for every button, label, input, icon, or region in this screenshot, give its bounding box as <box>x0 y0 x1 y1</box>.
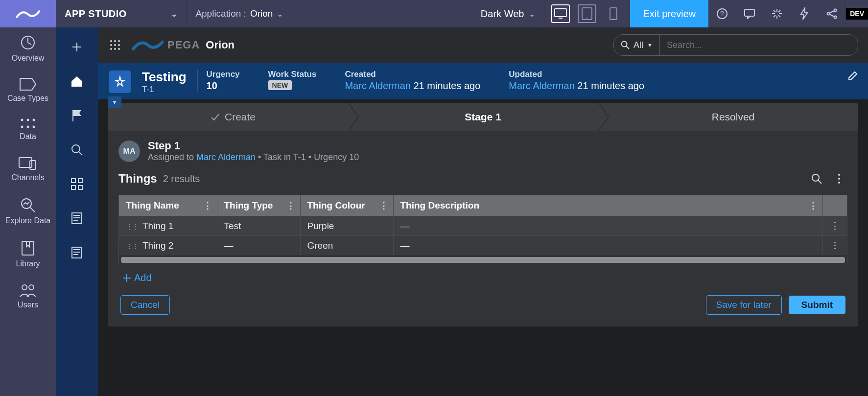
stage-bar: Create Stage 1 Resolved <box>108 103 858 131</box>
col-label: Thing Type <box>224 200 273 210</box>
stage-stage1[interactable]: Stage 1 <box>358 103 608 131</box>
horizontal-scrollbar[interactable] <box>121 257 845 263</box>
col-thing-name[interactable]: Thing Name⋮ <box>119 195 217 216</box>
search-input[interactable] <box>660 40 858 50</box>
rail-doc1-button[interactable] <box>67 209 87 228</box>
rail-flag-button[interactable] <box>67 106 87 125</box>
case-id: T-1 <box>142 85 187 94</box>
svg-point-64 <box>812 174 819 181</box>
case-icon <box>109 70 131 93</box>
table-row[interactable]: ⋮⋮Thing 2 — Green — ⋮ <box>119 236 847 256</box>
things-table: Thing Name⋮ Thing Type⋮ Thing Colour⋮ Th… <box>118 195 847 265</box>
case-title: Testing <box>142 70 187 85</box>
svg-point-56 <box>110 44 112 46</box>
left-sidebar: Overview Case Types Data Channels Explor… <box>0 27 56 396</box>
cell-description: — <box>393 216 822 236</box>
things-search-button[interactable] <box>808 170 825 187</box>
add-row-button[interactable]: Add <box>108 265 858 290</box>
sidebar-item-label: Overview <box>12 54 45 63</box>
drag-handle-icon[interactable]: ⋮⋮ <box>126 223 138 231</box>
created-label: Created <box>345 70 480 79</box>
chevron-down-icon: ⌄ <box>529 9 535 19</box>
cell-description: — <box>393 236 822 256</box>
sep: • <box>256 152 263 162</box>
main-area: PEGA Orion All ▼ Testing T-1 <box>98 27 868 396</box>
col-thing-colour[interactable]: Thing Colour⋮ <box>300 195 393 216</box>
sidebar-item-channels[interactable]: Channels <box>0 154 56 184</box>
sidebar-item-library[interactable]: Library <box>0 238 56 270</box>
col-menu-icon[interactable]: ⋮ <box>379 200 388 211</box>
table-row[interactable]: ⋮⋮Thing 1 Test Purple — ⋮ <box>119 216 847 236</box>
app-studio-menu[interactable]: APP STUDIO ⌄ <box>56 8 186 20</box>
theme-selector[interactable]: Dark Web ⌄ <box>472 8 544 20</box>
device-preview-group <box>544 4 630 23</box>
exit-preview-button[interactable]: Exit preview <box>630 0 708 27</box>
cell-name: Thing 1 <box>142 221 173 231</box>
save-for-later-button[interactable]: Save for later <box>706 295 782 315</box>
app-header: PEGA Orion All ▼ <box>98 27 868 63</box>
svg-rect-41 <box>71 179 75 183</box>
sidebar-item-overview[interactable]: Overview <box>0 32 56 65</box>
sparkle-icon[interactable] <box>763 0 791 27</box>
col-menu-icon[interactable]: ⋮ <box>286 200 295 211</box>
rail-new-button[interactable] <box>67 37 87 57</box>
sidebar-item-data[interactable]: Data <box>0 116 56 143</box>
chevron-down-icon: ⌄ <box>171 9 178 19</box>
svg-point-60 <box>114 48 116 50</box>
col-menu-icon[interactable]: ⋮ <box>203 200 212 211</box>
updated-user-link[interactable]: Marc Alderman <box>509 80 575 91</box>
rail-apps-button[interactable] <box>67 174 87 194</box>
col-thing-description[interactable]: Thing Description⋮ <box>393 195 822 216</box>
sidebar-item-case-types[interactable]: Case Types <box>0 75 56 105</box>
help-icon[interactable]: ? <box>708 0 736 27</box>
search-scope-selector[interactable]: All ▼ <box>614 35 660 55</box>
svg-point-25 <box>33 119 35 121</box>
svg-text:?: ? <box>720 10 724 18</box>
device-phone-button[interactable] <box>604 4 623 23</box>
task-in: Task in T-1 <box>263 152 306 162</box>
submit-button[interactable]: Submit <box>789 296 845 314</box>
cell-colour: Green <box>300 236 393 256</box>
bolt-icon[interactable] <box>791 0 818 27</box>
sidebar-item-users[interactable]: Users <box>0 281 56 311</box>
global-search[interactable]: All ▼ <box>613 34 858 56</box>
col-label: Thing Description <box>400 200 480 210</box>
device-tablet-button[interactable] <box>578 4 596 23</box>
svg-point-57 <box>114 44 116 46</box>
svg-point-39 <box>72 145 80 153</box>
drag-handle-icon[interactable]: ⋮⋮ <box>126 242 138 250</box>
assigned-user-link[interactable]: Marc Alderman <box>196 152 256 162</box>
rail-search-button[interactable] <box>67 140 87 160</box>
cancel-button[interactable]: Cancel <box>120 295 170 315</box>
stage-create[interactable]: Create <box>108 103 358 131</box>
created-user-link[interactable]: Marc Alderman <box>345 80 411 91</box>
svg-line-14 <box>778 15 780 17</box>
svg-rect-43 <box>71 186 75 189</box>
application-selector[interactable]: Application : Orion ⌄ <box>187 8 292 19</box>
row-menu-button[interactable]: ⋮ <box>822 236 847 256</box>
meta-updated: Updated Marc Alderman 21 minutes ago <box>500 70 653 92</box>
device-desktop-button[interactable] <box>551 4 570 23</box>
svg-point-3 <box>586 18 587 19</box>
chat-icon[interactable] <box>736 0 763 27</box>
col-thing-type[interactable]: Thing Type⋮ <box>217 195 300 216</box>
rail-doc2-button[interactable] <box>67 243 87 262</box>
things-menu-button[interactable] <box>831 170 847 187</box>
row-menu-button[interactable]: ⋮ <box>822 216 847 236</box>
rail-home-button[interactable] <box>67 71 87 91</box>
svg-point-34 <box>22 285 27 290</box>
things-title: Things <box>118 172 157 186</box>
stage-label: Create <box>225 111 256 123</box>
col-label: Thing Colour <box>307 200 365 210</box>
edit-button[interactable] <box>847 70 858 81</box>
svg-rect-1 <box>559 18 563 19</box>
apps-grid-icon[interactable] <box>108 38 122 52</box>
search-icon <box>621 41 630 49</box>
svg-point-24 <box>27 119 29 121</box>
sidebar-item-explore-data[interactable]: Explore Data <box>0 195 56 227</box>
add-label: Add <box>134 272 152 283</box>
col-menu-icon[interactable]: ⋮ <box>809 200 818 211</box>
share-icon[interactable] <box>818 0 845 27</box>
stage-resolved[interactable]: Resolved <box>608 103 858 131</box>
svg-rect-44 <box>78 186 82 189</box>
